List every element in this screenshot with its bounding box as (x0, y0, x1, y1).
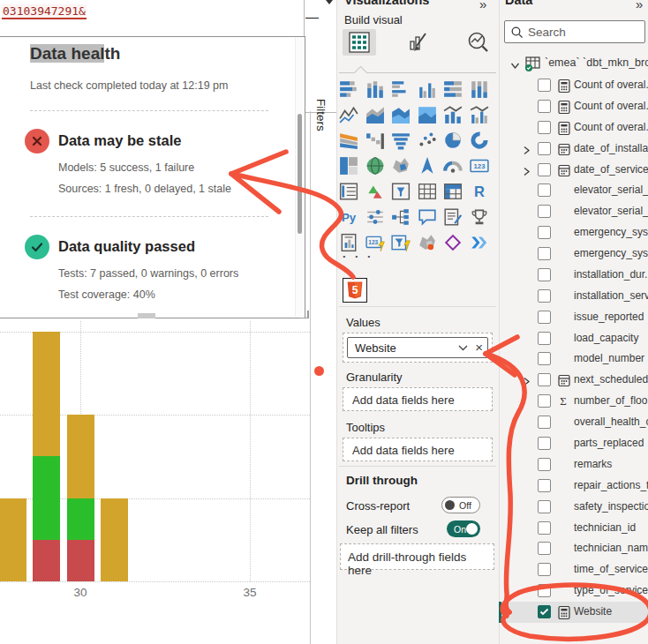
field-checkbox[interactable] (538, 205, 551, 218)
field-checkbox[interactable] (538, 247, 551, 260)
field-checkbox[interactable] (538, 373, 551, 386)
field-checkbox[interactable] (538, 226, 551, 239)
field-checkbox[interactable] (538, 500, 551, 513)
visual-icon-decomposition-tree[interactable] (391, 207, 411, 227)
field-checkbox[interactable] (538, 563, 551, 576)
tab-build-visual[interactable] (343, 29, 376, 56)
field-checkbox[interactable] (538, 542, 551, 555)
visual-icon-gauge[interactable] (443, 156, 463, 176)
visual-icon-q-and-a[interactable] (418, 207, 437, 227)
field-row-count-of-overal-[interactable]: Count of overal... (499, 117, 648, 139)
tab-analytics[interactable] (461, 29, 494, 56)
field-checkbox[interactable] (538, 311, 551, 324)
field-row-elevator_serial_-[interactable]: elevator_serial_... (499, 201, 648, 222)
chevron-down-icon[interactable] (458, 344, 468, 351)
field-checkbox[interactable] (538, 289, 551, 303)
visual-icon-new-slicer[interactable] (391, 233, 411, 252)
field-checkbox[interactable] (538, 394, 551, 408)
field-row-installation_dur-[interactable]: installation_dur... (499, 265, 648, 286)
field-row-technician_name[interactable]: technician_name (499, 538, 648, 559)
field-row-count-of-overal-[interactable]: Count of overal... (499, 75, 648, 96)
search-input[interactable]: Search (504, 20, 645, 43)
visual-icon-multi-row-card[interactable] (339, 182, 358, 201)
field-row-installation_serv-[interactable]: installation_serv... (499, 286, 648, 307)
visual-icon-map[interactable] (365, 156, 385, 176)
tab-format-visual[interactable] (402, 29, 435, 56)
table-row-root[interactable]: `emea` `dbt_mkn_bron... (499, 53, 648, 74)
field-checkbox[interactable] (538, 79, 551, 92)
bar-segment-gold[interactable] (0, 498, 26, 582)
field-row-website[interactable]: Website (499, 602, 648, 623)
visual-icon-pie-chart[interactable] (443, 131, 463, 150)
field-row-load_capacity[interactable]: load_capacity (499, 328, 648, 349)
visual-icon-line-and-clustered-column-chart[interactable] (470, 105, 489, 124)
visual-icon-power-automate[interactable] (470, 233, 489, 252)
field-row-parts_replaced[interactable]: parts_replaced (499, 433, 648, 454)
bar-segment-red[interactable] (33, 540, 60, 581)
field-row-emergency_syst-[interactable]: emergency_syst... (499, 222, 648, 243)
field-row-repair_actions_t-[interactable]: repair_actions_t... (499, 476, 648, 497)
visual-icon-table[interactable] (418, 182, 437, 201)
field-checkbox[interactable] (538, 332, 551, 345)
scrollbar-thumb[interactable] (298, 114, 302, 234)
field-checkbox[interactable] (538, 142, 551, 155)
field-row-issue_reported[interactable]: issue_reported (499, 307, 648, 328)
collapse-pane-icon[interactable]: » (479, 0, 486, 11)
bar-segment-gold[interactable] (33, 332, 60, 457)
field-checkbox[interactable] (538, 416, 551, 429)
scrollbar-track[interactable] (295, 38, 304, 317)
tooltips-well[interactable]: Add data fields here (343, 438, 493, 461)
visual-icon-power-apps[interactable] (443, 233, 463, 252)
visual-icon-stacked-bar-chart[interactable] (339, 79, 358, 99)
visual-icon-arcgis-map[interactable] (418, 233, 437, 252)
field-checkbox[interactable] (538, 121, 551, 134)
field-row-overall_health_c-[interactable]: overall_health_c... (499, 412, 648, 433)
drill-through-well[interactable]: Add drill-through fields here (340, 543, 494, 570)
bar-segment-gold[interactable] (67, 415, 94, 498)
visual-icon-100-stacked-area-chart[interactable] (418, 105, 437, 124)
visual-icon-100-stacked-bar-chart[interactable] (443, 79, 463, 99)
field-checkbox[interactable] (538, 352, 551, 365)
field-checkbox[interactable] (538, 458, 551, 471)
field-checkbox[interactable] (538, 268, 551, 281)
visual-icon-smart-narrative[interactable] (443, 207, 463, 227)
chevron-right-icon[interactable] (523, 374, 531, 390)
field-checkbox[interactable] (538, 183, 551, 197)
field-checkbox[interactable] (538, 437, 551, 450)
visual-icon-matrix[interactable] (443, 182, 463, 201)
granularity-well[interactable]: Add data fields here (343, 387, 493, 411)
field-row-count-of-overal-[interactable]: Count of overal... (499, 96, 648, 117)
visual-icon-card[interactable]: 123 (470, 156, 489, 176)
field-checkbox[interactable] (538, 479, 551, 492)
field-row-emergency_syst-[interactable]: emergency_syst... (499, 243, 648, 265)
visual-icon-donut-chart[interactable] (470, 131, 489, 150)
visual-icon-line-and-stacked-column-chart[interactable] (443, 105, 463, 124)
field-checkbox[interactable] (538, 521, 551, 535)
field-row-date_of_installa-[interactable]: date_of_installa... (499, 139, 648, 160)
field-checkbox[interactable] (538, 100, 551, 113)
field-checkbox[interactable] (538, 163, 551, 176)
values-well[interactable]: Website × (343, 333, 493, 363)
chevron-down-icon[interactable] (510, 57, 520, 73)
visual-icon-waterfall-chart[interactable] (365, 131, 385, 150)
field-row-type_of_service[interactable]: type_of_service (499, 580, 648, 602)
visual-icon-clustered-column-chart[interactable] (418, 79, 437, 99)
stacked-column-chart-visual[interactable]: 3035 (0, 318, 310, 644)
visual-icon-ribbon-chart[interactable] (339, 131, 358, 150)
cross-report-toggle[interactable]: Off (441, 497, 480, 513)
chevron-right-icon[interactable] (523, 143, 531, 159)
filters-pane-collapsed[interactable]: Filters (314, 99, 328, 131)
field-checkbox[interactable] (538, 584, 551, 597)
field-chip-website[interactable]: Website × (347, 337, 488, 358)
field-row-remarks[interactable]: remarks (499, 454, 648, 476)
field-row-date_of_service[interactable]: date_of_service (499, 160, 648, 181)
field-row-elevator_serial_-[interactable]: elevator_serial_... (499, 180, 648, 201)
field-row-model_number[interactable]: model_number (499, 348, 648, 370)
field-row-next_scheduled-[interactable]: next_scheduled... (499, 370, 648, 391)
visual-icon-stacked-area-chart[interactable] (391, 105, 411, 124)
visual-icon-metrics[interactable] (470, 207, 489, 227)
visual-icon-funnel-chart[interactable] (391, 131, 411, 150)
remove-field-icon[interactable]: × (475, 340, 483, 355)
field-row-technician_id[interactable]: technician_id (499, 518, 648, 539)
html-content-visual-icon[interactable]: 5 (343, 278, 367, 303)
